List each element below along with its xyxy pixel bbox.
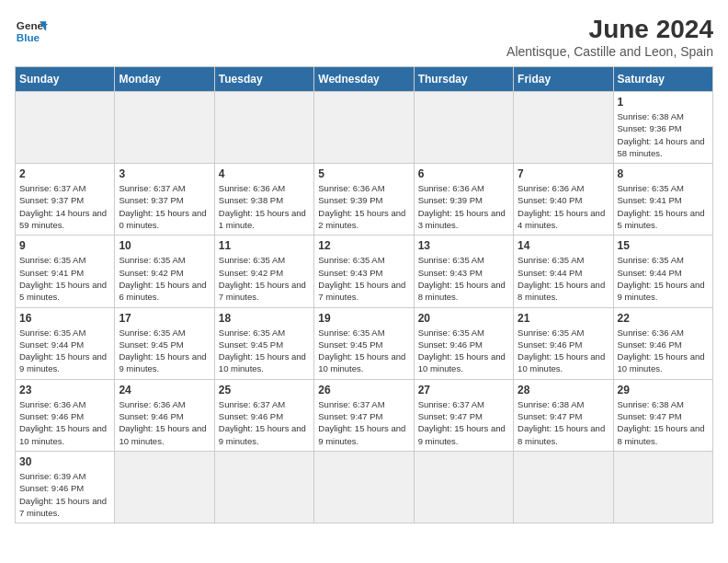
- weekday-header-sunday: Sunday: [16, 67, 115, 92]
- header: General Blue June 2024 Alentisque, Casti…: [15, 15, 713, 59]
- sun-info: Sunrise: 6:36 AM Sunset: 9:39 PM Dayligh…: [318, 183, 405, 230]
- sun-info: Sunrise: 6:38 AM Sunset: 9:47 PM Dayligh…: [518, 399, 605, 446]
- day-number: 29: [618, 384, 709, 396]
- sun-info: Sunrise: 6:35 AM Sunset: 9:45 PM Dayligh…: [318, 327, 405, 374]
- sun-info: Sunrise: 6:37 AM Sunset: 9:37 PM Dayligh…: [119, 183, 206, 230]
- calendar-day-cell: 19Sunrise: 6:35 AM Sunset: 9:45 PM Dayli…: [314, 307, 414, 379]
- calendar-day-cell: 9Sunrise: 6:35 AM Sunset: 9:41 PM Daylig…: [16, 236, 115, 307]
- day-number: 18: [219, 312, 310, 325]
- sun-info: Sunrise: 6:35 AM Sunset: 9:42 PM Dayligh…: [219, 255, 306, 302]
- calendar-day-cell: [514, 92, 613, 164]
- day-number: 2: [19, 167, 110, 180]
- calendar-day-cell: 16Sunrise: 6:35 AM Sunset: 9:44 PM Dayli…: [16, 307, 115, 379]
- calendar-day-cell: 7Sunrise: 6:36 AM Sunset: 9:40 PM Daylig…: [514, 164, 613, 236]
- calendar-day-cell: 24Sunrise: 6:36 AM Sunset: 9:46 PM Dayli…: [115, 379, 214, 451]
- calendar-day-cell: [314, 451, 414, 523]
- sun-info: Sunrise: 6:35 AM Sunset: 9:43 PM Dayligh…: [318, 255, 405, 302]
- day-number: 27: [418, 384, 509, 396]
- day-number: 11: [219, 239, 310, 252]
- calendar-week-row: 30Sunrise: 6:39 AM Sunset: 9:46 PM Dayli…: [16, 451, 713, 523]
- calendar-day-cell: [214, 451, 313, 523]
- day-number: 19: [318, 312, 409, 325]
- sun-info: Sunrise: 6:35 AM Sunset: 9:44 PM Dayligh…: [19, 327, 107, 374]
- day-number: 1: [618, 96, 709, 109]
- calendar-day-cell: 2Sunrise: 6:37 AM Sunset: 9:37 PM Daylig…: [16, 164, 115, 236]
- day-number: 20: [418, 312, 509, 325]
- day-number: 14: [518, 239, 609, 252]
- calendar-day-cell: [115, 451, 214, 523]
- sun-info: Sunrise: 6:36 AM Sunset: 9:46 PM Dayligh…: [119, 399, 206, 446]
- sun-info: Sunrise: 6:39 AM Sunset: 9:46 PM Dayligh…: [19, 471, 107, 518]
- sun-info: Sunrise: 6:35 AM Sunset: 9:42 PM Dayligh…: [119, 255, 206, 302]
- day-number: 10: [119, 239, 210, 252]
- calendar-day-cell: 1Sunrise: 6:38 AM Sunset: 9:36 PM Daylig…: [613, 92, 712, 164]
- day-number: 3: [119, 167, 210, 180]
- day-number: 25: [219, 384, 310, 396]
- day-number: 30: [19, 455, 110, 468]
- calendar-day-cell: [613, 451, 712, 523]
- calendar-title: June 2024: [506, 15, 713, 44]
- sun-info: Sunrise: 6:36 AM Sunset: 9:38 PM Dayligh…: [219, 183, 306, 230]
- day-number: 21: [518, 312, 609, 325]
- calendar-day-cell: 18Sunrise: 6:35 AM Sunset: 9:45 PM Dayli…: [214, 307, 313, 379]
- day-number: 28: [518, 384, 609, 396]
- calendar-day-cell: 30Sunrise: 6:39 AM Sunset: 9:46 PM Dayli…: [16, 451, 115, 523]
- calendar-week-row: 1Sunrise: 6:38 AM Sunset: 9:36 PM Daylig…: [16, 92, 713, 164]
- calendar-day-cell: [16, 92, 115, 164]
- day-number: 24: [119, 384, 210, 396]
- sun-info: Sunrise: 6:36 AM Sunset: 9:46 PM Dayligh…: [19, 399, 107, 446]
- sun-info: Sunrise: 6:37 AM Sunset: 9:37 PM Dayligh…: [19, 183, 107, 230]
- calendar-day-cell: 22Sunrise: 6:36 AM Sunset: 9:46 PM Dayli…: [613, 307, 712, 379]
- calendar-day-cell: 29Sunrise: 6:38 AM Sunset: 9:47 PM Dayli…: [613, 379, 712, 451]
- calendar-day-cell: 15Sunrise: 6:35 AM Sunset: 9:44 PM Dayli…: [613, 236, 712, 307]
- calendar-day-cell: 25Sunrise: 6:37 AM Sunset: 9:46 PM Dayli…: [214, 379, 313, 451]
- weekday-header-tuesday: Tuesday: [214, 67, 313, 92]
- day-number: 16: [19, 312, 110, 325]
- logo: General Blue: [15, 15, 48, 48]
- day-number: 26: [318, 384, 409, 396]
- calendar-day-cell: 13Sunrise: 6:35 AM Sunset: 9:43 PM Dayli…: [414, 236, 513, 307]
- calendar-day-cell: [314, 92, 414, 164]
- sun-info: Sunrise: 6:36 AM Sunset: 9:39 PM Dayligh…: [418, 183, 506, 230]
- sun-info: Sunrise: 6:35 AM Sunset: 9:44 PM Dayligh…: [618, 255, 705, 302]
- calendar-day-cell: 14Sunrise: 6:35 AM Sunset: 9:44 PM Dayli…: [514, 236, 613, 307]
- calendar-day-cell: 6Sunrise: 6:36 AM Sunset: 9:39 PM Daylig…: [414, 164, 513, 236]
- calendar-day-cell: 23Sunrise: 6:36 AM Sunset: 9:46 PM Dayli…: [16, 379, 115, 451]
- title-area: June 2024 Alentisque, Castille and Leon,…: [506, 15, 713, 59]
- day-number: 12: [318, 239, 409, 252]
- calendar-header-row: SundayMondayTuesdayWednesdayThursdayFrid…: [16, 67, 713, 92]
- calendar-day-cell: 4Sunrise: 6:36 AM Sunset: 9:38 PM Daylig…: [214, 164, 313, 236]
- sun-info: Sunrise: 6:35 AM Sunset: 9:46 PM Dayligh…: [418, 327, 506, 374]
- day-number: 8: [618, 167, 709, 180]
- sun-info: Sunrise: 6:35 AM Sunset: 9:43 PM Dayligh…: [418, 255, 506, 302]
- day-number: 13: [418, 239, 509, 252]
- weekday-header-saturday: Saturday: [613, 67, 712, 92]
- calendar-week-row: 9Sunrise: 6:35 AM Sunset: 9:41 PM Daylig…: [16, 236, 713, 307]
- sun-info: Sunrise: 6:36 AM Sunset: 9:46 PM Dayligh…: [618, 327, 705, 374]
- sun-info: Sunrise: 6:38 AM Sunset: 9:47 PM Dayligh…: [618, 399, 705, 446]
- generalblue-logo-icon: General Blue: [15, 15, 48, 48]
- calendar-day-cell: 27Sunrise: 6:37 AM Sunset: 9:47 PM Dayli…: [414, 379, 513, 451]
- sun-info: Sunrise: 6:37 AM Sunset: 9:47 PM Dayligh…: [318, 399, 405, 446]
- calendar-day-cell: 12Sunrise: 6:35 AM Sunset: 9:43 PM Dayli…: [314, 236, 414, 307]
- sun-info: Sunrise: 6:35 AM Sunset: 9:41 PM Dayligh…: [19, 255, 107, 302]
- calendar-day-cell: [414, 92, 513, 164]
- calendar-day-cell: 28Sunrise: 6:38 AM Sunset: 9:47 PM Dayli…: [514, 379, 613, 451]
- day-number: 15: [618, 239, 709, 252]
- sun-info: Sunrise: 6:37 AM Sunset: 9:47 PM Dayligh…: [418, 399, 506, 446]
- sun-info: Sunrise: 6:36 AM Sunset: 9:40 PM Dayligh…: [518, 183, 605, 230]
- calendar-day-cell: 17Sunrise: 6:35 AM Sunset: 9:45 PM Dayli…: [115, 307, 214, 379]
- calendar-day-cell: [214, 92, 313, 164]
- calendar-week-row: 23Sunrise: 6:36 AM Sunset: 9:46 PM Dayli…: [16, 379, 713, 451]
- sun-info: Sunrise: 6:37 AM Sunset: 9:46 PM Dayligh…: [219, 399, 306, 446]
- sun-info: Sunrise: 6:35 AM Sunset: 9:45 PM Dayligh…: [119, 327, 206, 374]
- weekday-header-thursday: Thursday: [414, 67, 513, 92]
- calendar-week-row: 16Sunrise: 6:35 AM Sunset: 9:44 PM Dayli…: [16, 307, 713, 379]
- calendar-day-cell: 3Sunrise: 6:37 AM Sunset: 9:37 PM Daylig…: [115, 164, 214, 236]
- svg-text:Blue: Blue: [17, 31, 40, 43]
- sun-info: Sunrise: 6:35 AM Sunset: 9:44 PM Dayligh…: [518, 255, 605, 302]
- weekday-header-monday: Monday: [115, 67, 214, 92]
- sun-info: Sunrise: 6:35 AM Sunset: 9:45 PM Dayligh…: [219, 327, 306, 374]
- day-number: 4: [219, 167, 310, 180]
- day-number: 9: [19, 239, 110, 252]
